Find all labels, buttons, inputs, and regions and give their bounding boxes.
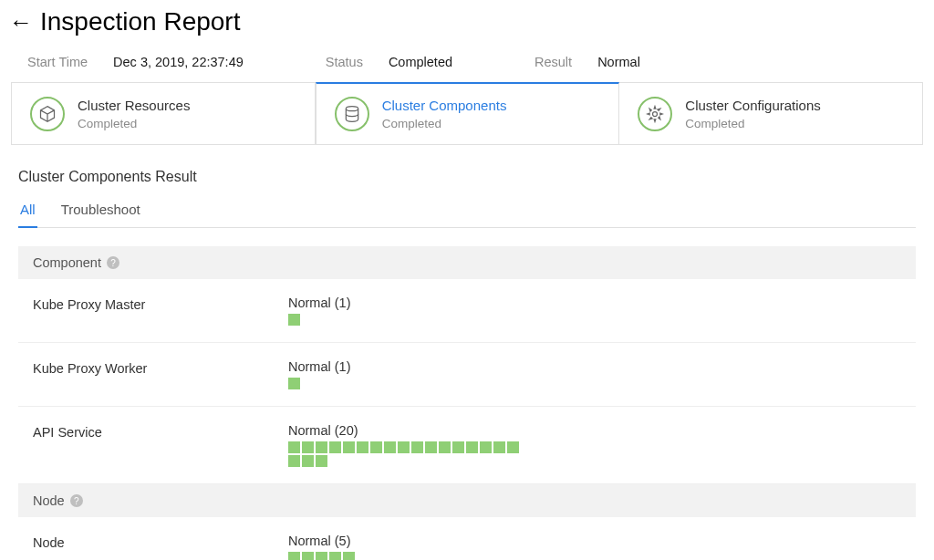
tab-cluster-configurations[interactable]: Cluster Configurations Completed xyxy=(619,83,922,144)
tab-subtitle: Completed xyxy=(78,117,190,130)
status-label: Status xyxy=(326,55,363,69)
row-status: Normal (1) xyxy=(288,296,901,310)
status-block xyxy=(425,441,437,453)
category-tabs: Cluster Resources Completed Cluster Comp… xyxy=(11,82,923,145)
row-name: API Service xyxy=(33,423,288,440)
status-block xyxy=(452,441,464,453)
row-status: Normal (1) xyxy=(288,359,901,374)
tab-cluster-resources[interactable]: Cluster Resources Completed xyxy=(12,83,316,144)
info-icon[interactable]: ? xyxy=(107,256,119,269)
status-block xyxy=(398,441,410,453)
status-block xyxy=(357,441,368,453)
tab-subtitle: Completed xyxy=(382,117,507,130)
results-table: Component?Kube Proxy MasterNormal (1)Kub… xyxy=(18,246,916,560)
info-icon[interactable]: ? xyxy=(70,494,83,507)
status-block xyxy=(493,441,505,453)
status-block xyxy=(302,455,314,467)
tab-title: Cluster Components xyxy=(382,98,507,113)
status-block xyxy=(288,441,300,453)
status-block xyxy=(288,378,300,389)
start-time-label: Start Time xyxy=(27,55,88,69)
gear-icon xyxy=(638,97,672,131)
group-label: Component xyxy=(33,255,101,270)
status-block xyxy=(466,441,478,453)
page-title: Inspection Report xyxy=(40,7,240,36)
tab-subtitle: Completed xyxy=(685,117,820,130)
svg-point-1 xyxy=(653,111,658,116)
subtab-troubleshoot[interactable]: Troubleshoot xyxy=(59,202,142,227)
section-title: Cluster Components Result xyxy=(18,169,916,185)
row-status: Normal (20) xyxy=(288,423,901,438)
group-header: Component? xyxy=(18,246,916,279)
status-block xyxy=(316,455,327,467)
table-row: Kube Proxy WorkerNormal (1) xyxy=(18,343,916,407)
result-subtabs: All Troubleshoot xyxy=(18,202,916,228)
status-block xyxy=(316,441,327,453)
row-name: Kube Proxy Master xyxy=(33,296,288,312)
status-block xyxy=(439,441,451,453)
result-label: Result xyxy=(534,55,572,69)
status-value: Completed xyxy=(389,55,452,69)
status-block xyxy=(411,441,423,453)
status-block xyxy=(507,441,519,453)
group-label: Node xyxy=(33,493,65,508)
group-header: Node? xyxy=(18,484,916,517)
row-name: Kube Proxy Worker xyxy=(33,359,288,376)
row-name: Node xyxy=(33,534,288,550)
back-arrow-icon[interactable]: ← xyxy=(9,8,33,36)
tab-cluster-components[interactable]: Cluster Components Completed xyxy=(316,82,620,144)
table-row: API ServiceNormal (20) xyxy=(18,407,916,484)
status-blocks xyxy=(288,441,525,467)
result-value: Normal xyxy=(597,55,640,69)
tab-title: Cluster Configurations xyxy=(685,98,820,113)
status-block xyxy=(302,441,314,453)
row-status: Normal (5) xyxy=(288,534,901,548)
status-block xyxy=(480,441,492,453)
status-block xyxy=(288,455,300,467)
tab-title: Cluster Resources xyxy=(78,98,190,113)
status-block xyxy=(329,552,341,560)
table-row: NodeNormal (5) xyxy=(18,517,916,560)
cube-icon xyxy=(30,97,65,131)
status-block xyxy=(384,441,396,453)
status-blocks xyxy=(288,314,525,326)
status-block xyxy=(343,552,355,560)
status-blocks xyxy=(288,378,525,389)
start-time-value: Dec 3, 2019, 22:37:49 xyxy=(113,55,244,69)
subtab-all[interactable]: All xyxy=(18,202,37,228)
meta-row: Start Time Dec 3, 2019, 22:37:49 Status … xyxy=(0,51,934,82)
status-block xyxy=(288,552,300,560)
table-row: Kube Proxy MasterNormal (1) xyxy=(18,279,916,343)
status-block xyxy=(288,314,300,326)
status-block xyxy=(316,552,327,560)
status-block xyxy=(343,441,355,453)
status-blocks xyxy=(288,552,525,560)
status-block xyxy=(302,552,314,560)
status-block xyxy=(370,441,382,453)
database-icon xyxy=(335,97,369,131)
svg-point-0 xyxy=(346,107,358,111)
status-block xyxy=(329,441,341,453)
